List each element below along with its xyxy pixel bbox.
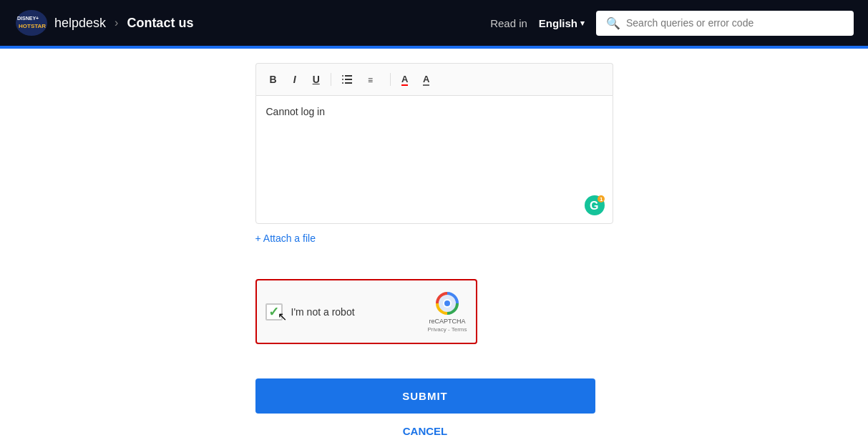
underline-button[interactable]: U: [308, 71, 325, 88]
submit-button[interactable]: SUBMIT: [255, 378, 595, 414]
recaptcha-separator: -: [447, 326, 452, 333]
svg-text:1: 1: [600, 196, 603, 202]
unordered-list-button[interactable]: [337, 71, 359, 88]
contact-us-label: Contact us: [127, 16, 193, 31]
svg-text:HOTSTAR: HOTSTAR: [19, 23, 46, 29]
svg-text:G: G: [590, 200, 598, 212]
search-input[interactable]: [626, 17, 844, 29]
helpdesk-label: helpdesk: [54, 16, 106, 31]
svg-text:≡: ≡: [368, 75, 373, 84]
svg-rect-3: [342, 75, 343, 77]
cursor-icon: ↖: [278, 310, 287, 323]
svg-rect-4: [345, 75, 352, 77]
recaptcha-privacy[interactable]: Privacy: [428, 326, 447, 333]
cancel-link[interactable]: CANCEL: [255, 425, 595, 437]
recaptcha-brand: reCAPTCHA: [429, 318, 466, 325]
svg-text:DISNEY+: DISNEY+: [17, 16, 39, 21]
svg-rect-8: [345, 82, 352, 84]
search-box[interactable]: 🔍: [596, 11, 854, 36]
editor-content: Cannot log in: [266, 106, 326, 117]
search-icon: 🔍: [606, 16, 620, 30]
logo-area: DISNEY+ HOTSTAR helpdesk › Contact us: [14, 9, 193, 37]
recaptcha-label: I'm not a robot: [291, 306, 419, 318]
hotstar-logo-icon: DISNEY+ HOTSTAR: [14, 9, 49, 37]
chevron-down-icon: ▾: [580, 19, 585, 28]
recaptcha-logo-area: reCAPTCHA Privacy - Terms: [428, 290, 467, 333]
recaptcha-section: ✓ ↖ I'm not a robot reCAPTCHA: [255, 262, 613, 361]
language-selector[interactable]: English ▾: [539, 17, 585, 29]
breadcrumb-separator: ›: [114, 16, 118, 29]
main-content: B I U ≡ A A Cannot log in: [198, 49, 670, 440]
header-right: Read in English ▾ 🔍: [490, 11, 854, 36]
editor-toolbar: B I U ≡ A A: [255, 63, 613, 95]
text-editor[interactable]: Cannot log in G 1: [255, 95, 613, 224]
bold-button[interactable]: B: [265, 71, 282, 88]
font-color-button[interactable]: A: [396, 71, 414, 88]
svg-rect-5: [342, 79, 343, 80]
recaptcha-checkbox[interactable]: ✓ ↖: [265, 303, 283, 321]
recaptcha-terms[interactable]: Terms: [452, 326, 467, 333]
read-in-label: Read in: [490, 17, 527, 29]
svg-rect-7: [342, 82, 343, 84]
ordered-list-button[interactable]: ≡: [363, 71, 384, 88]
grammarly-icon: G 1: [584, 195, 605, 216]
language-label: English: [539, 17, 577, 29]
italic-button[interactable]: I: [286, 71, 303, 88]
font-background-button[interactable]: A: [418, 71, 435, 88]
recaptcha-logo-icon: [434, 290, 460, 316]
recaptcha-links: Privacy - Terms: [428, 326, 467, 333]
svg-rect-6: [345, 79, 352, 80]
header: DISNEY+ HOTSTAR helpdesk › Contact us Re…: [0, 0, 868, 46]
attach-file-link[interactable]: + Attach a file: [255, 233, 316, 244]
svg-point-16: [444, 300, 450, 306]
toolbar-separator-2: [390, 73, 391, 86]
recaptcha-widget[interactable]: ✓ ↖ I'm not a robot reCAPTCHA: [255, 279, 477, 344]
toolbar-separator-1: [331, 73, 331, 86]
attach-file-label: + Attach a file: [255, 233, 316, 244]
